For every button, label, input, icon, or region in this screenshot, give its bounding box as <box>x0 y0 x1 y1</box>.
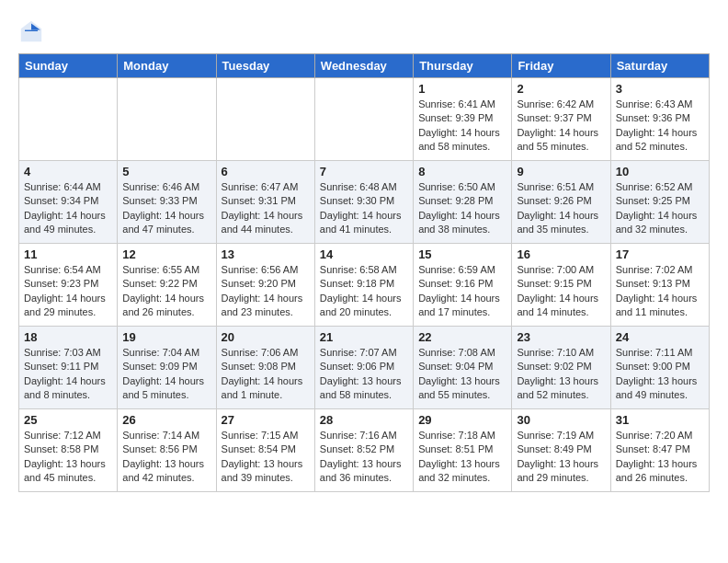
day-number: 25 <box>24 413 112 427</box>
calendar-cell: 25Sunrise: 7:12 AM Sunset: 8:58 PM Dayli… <box>19 409 118 492</box>
calendar-cell <box>314 78 413 161</box>
day-number: 18 <box>24 330 112 344</box>
day-number: 16 <box>517 247 605 261</box>
calendar-cell: 31Sunrise: 7:20 AM Sunset: 8:47 PM Dayli… <box>610 409 709 492</box>
weekday-header: Friday <box>512 54 610 78</box>
day-info: Sunrise: 7:08 AM Sunset: 9:04 PM Dayligh… <box>418 346 506 403</box>
day-number: 22 <box>418 330 506 344</box>
day-info: Sunrise: 6:44 AM Sunset: 9:34 PM Dayligh… <box>24 180 112 237</box>
day-number: 20 <box>222 330 310 344</box>
day-info: Sunrise: 7:06 AM Sunset: 9:08 PM Dayligh… <box>222 346 310 403</box>
calendar-cell: 29Sunrise: 7:18 AM Sunset: 8:51 PM Dayli… <box>414 409 512 492</box>
day-info: Sunrise: 7:03 AM Sunset: 9:11 PM Dayligh… <box>24 346 112 403</box>
day-number: 7 <box>320 165 408 178</box>
day-number: 3 <box>616 82 704 96</box>
calendar-cell: 8Sunrise: 6:50 AM Sunset: 9:28 PM Daylig… <box>414 161 512 244</box>
weekday-header: Wednesday <box>314 54 413 78</box>
calendar-cell <box>118 78 216 161</box>
day-info: Sunrise: 6:47 AM Sunset: 9:31 PM Dayligh… <box>222 180 310 237</box>
day-number: 15 <box>418 247 506 261</box>
day-info: Sunrise: 6:52 AM Sunset: 9:25 PM Dayligh… <box>616 180 704 237</box>
calendar-cell: 27Sunrise: 7:15 AM Sunset: 8:54 PM Dayli… <box>216 409 314 492</box>
day-number: 1 <box>418 82 506 96</box>
weekday-header: Saturday <box>610 54 709 78</box>
day-info: Sunrise: 6:54 AM Sunset: 9:23 PM Dayligh… <box>24 263 112 320</box>
day-number: 27 <box>222 413 310 427</box>
day-number: 19 <box>122 330 210 344</box>
day-number: 24 <box>616 330 704 344</box>
calendar-cell: 12Sunrise: 6:55 AM Sunset: 9:22 PM Dayli… <box>118 244 216 327</box>
calendar-cell: 20Sunrise: 7:06 AM Sunset: 9:08 PM Dayli… <box>216 327 314 409</box>
day-number: 31 <box>616 413 704 427</box>
weekday-header: Sunday <box>19 54 118 78</box>
calendar-cell: 23Sunrise: 7:10 AM Sunset: 9:02 PM Dayli… <box>512 327 610 409</box>
day-number: 26 <box>122 413 210 427</box>
calendar-cell <box>19 78 118 161</box>
day-info: Sunrise: 7:12 AM Sunset: 8:58 PM Dayligh… <box>24 429 112 486</box>
calendar-cell: 30Sunrise: 7:19 AM Sunset: 8:49 PM Dayli… <box>512 409 610 492</box>
day-info: Sunrise: 7:15 AM Sunset: 8:54 PM Dayligh… <box>222 429 310 486</box>
calendar-cell: 26Sunrise: 7:14 AM Sunset: 8:56 PM Dayli… <box>118 409 216 492</box>
calendar-cell: 15Sunrise: 6:59 AM Sunset: 9:16 PM Dayli… <box>414 244 512 327</box>
day-number: 5 <box>122 165 210 178</box>
calendar-cell: 21Sunrise: 7:07 AM Sunset: 9:06 PM Dayli… <box>314 327 413 409</box>
day-info: Sunrise: 7:10 AM Sunset: 9:02 PM Dayligh… <box>517 346 605 403</box>
calendar-cell: 9Sunrise: 6:51 AM Sunset: 9:26 PM Daylig… <box>512 161 610 244</box>
day-info: Sunrise: 7:00 AM Sunset: 9:15 PM Dayligh… <box>517 263 605 320</box>
weekday-header: Tuesday <box>216 54 314 78</box>
day-number: 14 <box>320 247 408 261</box>
day-number: 13 <box>222 247 310 261</box>
day-number: 17 <box>616 247 704 261</box>
day-info: Sunrise: 6:56 AM Sunset: 9:20 PM Dayligh… <box>222 263 310 320</box>
calendar-cell: 11Sunrise: 6:54 AM Sunset: 9:23 PM Dayli… <box>19 244 118 327</box>
day-info: Sunrise: 6:42 AM Sunset: 9:37 PM Dayligh… <box>517 98 605 155</box>
day-info: Sunrise: 6:51 AM Sunset: 9:26 PM Dayligh… <box>517 180 605 237</box>
day-info: Sunrise: 7:20 AM Sunset: 8:47 PM Dayligh… <box>616 429 704 486</box>
calendar-cell: 24Sunrise: 7:11 AM Sunset: 9:00 PM Dayli… <box>610 327 709 409</box>
header-area <box>18 18 710 44</box>
day-number: 11 <box>24 247 112 261</box>
day-number: 4 <box>24 165 112 178</box>
calendar-cell: 17Sunrise: 7:02 AM Sunset: 9:13 PM Dayli… <box>610 244 709 327</box>
day-info: Sunrise: 6:43 AM Sunset: 9:36 PM Dayligh… <box>616 98 704 155</box>
day-info: Sunrise: 6:50 AM Sunset: 9:28 PM Dayligh… <box>418 180 506 237</box>
calendar-cell: 13Sunrise: 6:56 AM Sunset: 9:20 PM Dayli… <box>216 244 314 327</box>
logo-icon <box>18 18 44 44</box>
day-number: 9 <box>517 165 605 178</box>
day-info: Sunrise: 7:16 AM Sunset: 8:52 PM Dayligh… <box>320 429 408 486</box>
day-number: 10 <box>616 165 704 178</box>
day-number: 8 <box>418 165 506 178</box>
weekday-header: Thursday <box>414 54 512 78</box>
day-info: Sunrise: 7:14 AM Sunset: 8:56 PM Dayligh… <box>122 429 210 486</box>
calendar-cell: 10Sunrise: 6:52 AM Sunset: 9:25 PM Dayli… <box>610 161 709 244</box>
day-info: Sunrise: 6:58 AM Sunset: 9:18 PM Dayligh… <box>320 263 408 320</box>
calendar-cell: 4Sunrise: 6:44 AM Sunset: 9:34 PM Daylig… <box>19 161 118 244</box>
day-info: Sunrise: 7:04 AM Sunset: 9:09 PM Dayligh… <box>122 346 210 403</box>
calendar-cell: 2Sunrise: 6:42 AM Sunset: 9:37 PM Daylig… <box>512 78 610 161</box>
day-number: 28 <box>320 413 408 427</box>
calendar-cell: 7Sunrise: 6:48 AM Sunset: 9:30 PM Daylig… <box>314 161 413 244</box>
calendar-cell: 19Sunrise: 7:04 AM Sunset: 9:09 PM Dayli… <box>118 327 216 409</box>
day-info: Sunrise: 6:55 AM Sunset: 9:22 PM Dayligh… <box>122 263 210 320</box>
calendar-cell: 16Sunrise: 7:00 AM Sunset: 9:15 PM Dayli… <box>512 244 610 327</box>
calendar-cell: 22Sunrise: 7:08 AM Sunset: 9:04 PM Dayli… <box>414 327 512 409</box>
calendar-cell: 5Sunrise: 6:46 AM Sunset: 9:33 PM Daylig… <box>118 161 216 244</box>
calendar: SundayMondayTuesdayWednesdayThursdayFrid… <box>18 53 710 492</box>
calendar-cell: 28Sunrise: 7:16 AM Sunset: 8:52 PM Dayli… <box>314 409 413 492</box>
svg-rect-2 <box>25 30 38 31</box>
day-number: 6 <box>222 165 310 178</box>
weekday-header: Monday <box>118 54 216 78</box>
day-info: Sunrise: 7:07 AM Sunset: 9:06 PM Dayligh… <box>320 346 408 403</box>
calendar-cell: 6Sunrise: 6:47 AM Sunset: 9:31 PM Daylig… <box>216 161 314 244</box>
calendar-cell: 14Sunrise: 6:58 AM Sunset: 9:18 PM Dayli… <box>314 244 413 327</box>
day-number: 12 <box>122 247 210 261</box>
day-info: Sunrise: 6:48 AM Sunset: 9:30 PM Dayligh… <box>320 180 408 237</box>
day-number: 29 <box>418 413 506 427</box>
day-number: 30 <box>517 413 605 427</box>
logo <box>18 18 48 44</box>
day-info: Sunrise: 6:41 AM Sunset: 9:39 PM Dayligh… <box>418 98 506 155</box>
day-info: Sunrise: 7:02 AM Sunset: 9:13 PM Dayligh… <box>616 263 704 320</box>
day-info: Sunrise: 7:19 AM Sunset: 8:49 PM Dayligh… <box>517 429 605 486</box>
calendar-cell <box>216 78 314 161</box>
day-number: 21 <box>320 330 408 344</box>
